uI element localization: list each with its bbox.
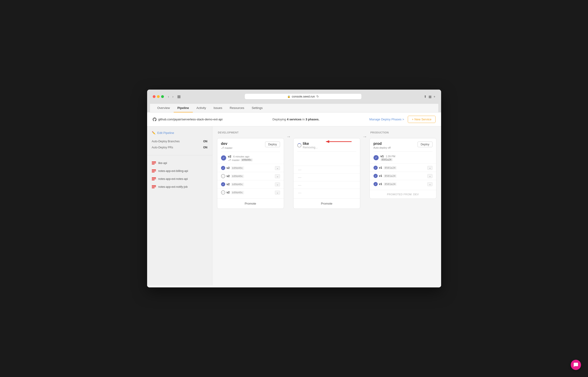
dev-deploy-button[interactable]: Deploy bbox=[265, 141, 280, 147]
like-card: like Removing... bbox=[293, 138, 360, 209]
page-content: github.com/jayair/serverless-stack-demo-… bbox=[147, 112, 441, 287]
service-icon bbox=[152, 177, 156, 181]
dev-env-name: dev bbox=[221, 141, 233, 146]
pipeline-columns: DEVELOPMENT dev ⎇ master bbox=[217, 131, 436, 280]
prod-service-rows: ✓ v1 8501a24 ⌄ ✓ v1 bbox=[370, 164, 436, 190]
new-service-button[interactable]: + New Service bbox=[408, 116, 435, 123]
add-tab-button[interactable]: + bbox=[433, 95, 435, 98]
dev-card: dev ⎇ master Deploy ✓ bbox=[217, 138, 284, 209]
check-outline-icon: ✓ bbox=[221, 190, 225, 195]
pencil-icon: ✏️ bbox=[152, 131, 156, 135]
row-chevron-button[interactable]: ⌄ bbox=[427, 166, 432, 170]
table-row: ✓ v2 b99d49c ⌄ bbox=[217, 164, 284, 172]
right-arrow-icon: → bbox=[286, 134, 291, 139]
prod-check-icon: ✓ bbox=[373, 155, 379, 160]
check-filled-icon: ✓ bbox=[221, 182, 225, 186]
tab-issues[interactable]: Issues bbox=[210, 104, 226, 112]
repo-url: github.com/jayair/serverless-stack-demo-… bbox=[158, 118, 223, 121]
row-chevron-button[interactable]: ⌄ bbox=[427, 174, 432, 178]
auto-deploy-branches-row: Auto-Deploy Branches ON bbox=[152, 138, 207, 144]
deploy-info: Deploying 4 services in 3 phases. bbox=[226, 118, 366, 121]
arrow-column: → bbox=[284, 131, 293, 280]
tab-overview[interactable]: Overview bbox=[154, 104, 174, 112]
tab-pipeline[interactable]: Pipeline bbox=[174, 104, 193, 112]
sidebar-item-notify-job[interactable]: notes-app-ext-notify-job bbox=[147, 183, 212, 191]
red-arrow bbox=[326, 139, 354, 144]
development-header: DEVELOPMENT bbox=[217, 131, 284, 136]
sidebar-toggle-button[interactable]: ▦ bbox=[176, 94, 182, 99]
tab-resources[interactable]: Resources bbox=[226, 104, 248, 112]
check-filled-icon: ✓ bbox=[373, 182, 378, 186]
prod-card-header: prod Auto-deploy off Deploy bbox=[370, 138, 436, 151]
address-bar[interactable]: 🔒 console.seed.run ↻ bbox=[245, 94, 361, 99]
like-column: like Removing... bbox=[293, 131, 360, 280]
tab-activity[interactable]: Activity bbox=[193, 104, 210, 112]
like-latest-area bbox=[294, 152, 360, 166]
sidebar-item-billing-api[interactable]: notes-app-ext-billing-api bbox=[147, 167, 212, 175]
like-env-name: like bbox=[303, 141, 318, 146]
like-card-header: like Removing... bbox=[294, 138, 360, 151]
back-button[interactable]: ‹ bbox=[167, 94, 170, 99]
sidebar-item-notes-api[interactable]: notes-app-ext-notes-api bbox=[147, 175, 212, 183]
branch-icon: ⎇ bbox=[221, 146, 224, 149]
minimize-button[interactable] bbox=[157, 95, 160, 98]
row-chevron-button[interactable]: ⌄ bbox=[275, 191, 280, 195]
check-outline-icon: ✓ bbox=[221, 174, 225, 178]
forward-button[interactable]: › bbox=[171, 94, 174, 99]
table-row: ✓ v2 b99d49c ⌄ bbox=[217, 180, 284, 188]
edit-pipeline-link[interactable]: ✏️ Edit Pipeline bbox=[147, 131, 212, 138]
production-column: PRODUCTION prod Auto-deploy off D bbox=[370, 131, 436, 280]
sidebar-item-like-api[interactable]: like-api bbox=[147, 159, 212, 167]
chat-fab-button[interactable] bbox=[571, 360, 581, 370]
service-icon bbox=[152, 169, 156, 173]
prod-env-name: prod bbox=[373, 141, 391, 146]
lock-icon: 🔒 bbox=[287, 95, 291, 98]
like-header bbox=[293, 131, 360, 136]
arrow-column-2: → bbox=[360, 131, 370, 280]
prod-deploy-meta: 8501a24 bbox=[381, 158, 396, 161]
close-button[interactable] bbox=[153, 95, 156, 98]
prod-card: prod Auto-deploy off Deploy ✓ bbox=[370, 138, 436, 199]
check-filled-icon: ✓ bbox=[221, 166, 225, 170]
table-row: — bbox=[294, 181, 360, 189]
like-promote-button[interactable]: Promote bbox=[294, 198, 360, 209]
dev-promote-button[interactable]: Promote bbox=[217, 198, 284, 209]
service-list: like-api notes-app-ext-billing-api bbox=[147, 155, 212, 195]
github-icon bbox=[153, 118, 157, 121]
prod-latest-deploy: ✓ v1 1:39 PM 8501a24 bbox=[370, 152, 436, 164]
tab-settings[interactable]: Settings bbox=[248, 104, 266, 112]
sidebar: ✏️ Edit Pipeline Auto-Deploy Branches ON… bbox=[147, 127, 212, 285]
row-chevron-button[interactable]: ⌄ bbox=[275, 174, 280, 178]
development-column: DEVELOPMENT dev ⎇ master bbox=[217, 131, 284, 280]
table-row: ✓ v1 8501a24 ⌄ bbox=[370, 164, 436, 172]
production-header: PRODUCTION bbox=[370, 131, 436, 136]
row-chevron-button[interactable]: ⌄ bbox=[275, 182, 280, 186]
prod-deploy-button[interactable]: Deploy bbox=[418, 141, 432, 147]
nav-tabs: Overview Pipeline Activity Issues Resour… bbox=[150, 104, 438, 112]
pipeline-area: DEVELOPMENT dev ⎇ master bbox=[212, 127, 441, 285]
meta-branch-icon: ⎇ bbox=[228, 158, 231, 161]
check-filled-icon: ✓ bbox=[373, 166, 378, 170]
refresh-button[interactable]: ↻ bbox=[317, 95, 319, 98]
table-row: — bbox=[294, 173, 360, 181]
new-tab-button[interactable]: ▦ bbox=[429, 95, 431, 98]
dev-branch: ⎇ master bbox=[221, 146, 233, 149]
service-icon bbox=[152, 185, 156, 188]
url-text: console.seed.run bbox=[292, 95, 315, 98]
like-service-rows: — — — — bbox=[294, 166, 360, 198]
manage-deploy-button[interactable]: Manage Deploy Phases > bbox=[369, 118, 404, 121]
dev-latest-deploy: ✓ v2 6 minutes ago ⎇ master bbox=[217, 152, 284, 164]
table-row: ✓ v2 b99d49c ⌄ bbox=[217, 172, 284, 180]
deploy-check-icon: ✓ bbox=[221, 155, 226, 161]
table-row: — bbox=[294, 166, 360, 173]
table-row: ✓ v1 8501a24 ⌄ bbox=[370, 172, 436, 180]
table-row: ✓ v2 b99d49c ⌄ bbox=[217, 188, 284, 196]
maximize-button[interactable] bbox=[161, 95, 164, 98]
row-chevron-button[interactable]: ⌄ bbox=[427, 182, 432, 186]
chat-icon bbox=[573, 362, 578, 367]
row-chevron-button[interactable]: ⌄ bbox=[275, 166, 280, 170]
table-row: ✓ v1 8501a24 ⌄ bbox=[370, 180, 436, 188]
removing-text: Removing... bbox=[303, 146, 318, 149]
repo-link[interactable]: github.com/jayair/serverless-stack-demo-… bbox=[153, 118, 223, 121]
share-button[interactable]: ⬆ bbox=[424, 95, 427, 98]
